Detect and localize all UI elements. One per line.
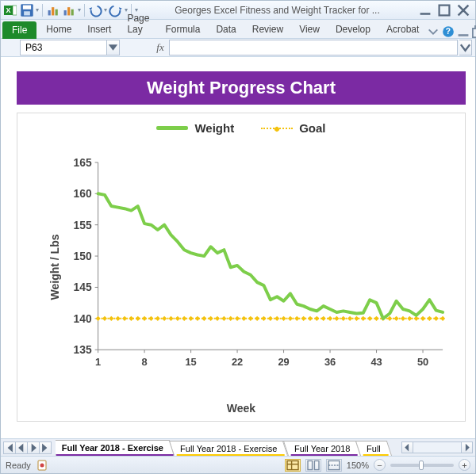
normal-view-icon[interactable] (285, 459, 301, 472)
page-break-view-icon[interactable] (326, 459, 342, 472)
name-box[interactable]: P63 (20, 40, 107, 55)
tab-review[interactable]: Review (244, 20, 291, 38)
zoom-level[interactable]: 150% (347, 461, 369, 470)
excel-window: X ▾ ▾ ▾ ▾ ▾ Georges Excel Fitness and We… (0, 0, 476, 474)
page-layout-view-icon[interactable] (305, 459, 321, 472)
tab-pagelay[interactable]: Page Lay (119, 9, 157, 38)
tab-nav-prev-icon[interactable] (15, 442, 28, 454)
zoom-in-icon[interactable]: + (459, 459, 470, 471)
svg-rect-80 (281, 316, 286, 321)
tab-insert[interactable]: Insert (79, 20, 119, 38)
svg-rect-13 (440, 5, 450, 15)
tab-formula[interactable]: Formula (157, 20, 208, 38)
formula-bar: P63 fx (1, 39, 475, 57)
svg-rect-69 (209, 316, 213, 321)
sheet-tab-label: Full Year 2018 (294, 444, 350, 453)
svg-text:43: 43 (370, 356, 382, 368)
sheet-tab[interactable]: Full Year 2018 (282, 441, 361, 456)
qat-chart-icon-1[interactable] (46, 3, 60, 17)
svg-text:145: 145 (74, 281, 92, 293)
svg-rect-55 (116, 316, 121, 321)
svg-rect-97 (394, 316, 399, 321)
plot-area: 13514014515015516016518152229364350 (73, 153, 449, 373)
tab-develop[interactable]: Develop (328, 20, 378, 38)
tab-nav (3, 442, 51, 454)
svg-rect-78 (268, 316, 273, 321)
legend-weight-label: Weight (194, 121, 234, 135)
undo-icon[interactable] (88, 3, 102, 17)
zoom-out-icon[interactable]: − (374, 459, 386, 471)
svg-rect-9 (64, 10, 67, 15)
hscroll-left-icon[interactable] (401, 442, 413, 453)
sheet-tab-label: Full Year 2018 - Exercise (62, 443, 163, 453)
maximize-icon[interactable] (436, 4, 453, 17)
minimize-icon[interactable] (416, 4, 434, 17)
svg-rect-72 (228, 316, 233, 321)
doc-restore-icon[interactable] (472, 25, 476, 38)
fx-icon[interactable]: fx (152, 41, 169, 54)
zoom-slider-thumb[interactable] (419, 461, 424, 470)
tab-view[interactable]: View (291, 20, 328, 38)
svg-rect-107 (287, 461, 298, 469)
svg-rect-59 (142, 316, 147, 321)
sheet-tab[interactable]: Full (355, 441, 392, 456)
svg-rect-82 (294, 316, 299, 321)
file-tab[interactable]: File (2, 21, 36, 39)
svg-rect-18 (473, 29, 476, 37)
qat-chart-icon-2[interactable] (62, 3, 76, 17)
svg-rect-60 (148, 316, 153, 321)
formula-input[interactable] (169, 40, 458, 55)
svg-rect-5 (24, 11, 30, 15)
close-icon[interactable] (455, 4, 472, 17)
svg-text:135: 135 (74, 343, 92, 356)
tab-data[interactable]: Data (208, 20, 244, 38)
svg-rect-99 (407, 316, 412, 321)
sheet-tab[interactable]: Full Year 2018 - Exercise (56, 440, 175, 456)
name-box-dropdown[interactable] (107, 40, 120, 55)
horizontal-scrollbar[interactable] (401, 442, 473, 453)
tab-acrobat[interactable]: Acrobat (378, 20, 427, 38)
window-title: Georges Excel Fitness and Weight Tracker… (141, 5, 413, 16)
chart-object[interactable]: Weight Progress Chart Weight Goal Weight… (17, 71, 466, 426)
window-controls (416, 4, 472, 17)
svg-point-106 (40, 463, 44, 467)
svg-rect-111 (314, 461, 319, 469)
hscroll-right-icon[interactable] (461, 442, 473, 453)
macro-record-icon[interactable] (36, 459, 48, 472)
svg-text:50: 50 (417, 356, 428, 368)
zoom-slider[interactable] (390, 464, 454, 467)
hscroll-track[interactable] (413, 442, 461, 453)
ribbon-minimize-icon[interactable] (427, 25, 440, 38)
svg-rect-94 (374, 316, 378, 321)
svg-rect-62 (162, 316, 167, 321)
svg-rect-92 (361, 316, 366, 321)
worksheet-area[interactable]: Weight Progress Chart Weight Goal Weight… (1, 57, 475, 438)
svg-rect-73 (235, 316, 240, 321)
tab-nav-first-icon[interactable] (3, 442, 16, 454)
sheet-tab[interactable]: Full Year 2018 - Exercise (169, 441, 288, 456)
svg-text:X: X (6, 6, 10, 14)
tab-nav-last-icon[interactable] (39, 442, 52, 454)
y-axis-label: Weight / Lbs (48, 235, 61, 300)
svg-rect-63 (168, 316, 173, 321)
help-icon[interactable]: ? (442, 25, 455, 38)
svg-rect-91 (354, 316, 359, 321)
sheet-tab-bar: Full Year 2018 - ExerciseFull Year 2018 … (1, 438, 475, 456)
svg-rect-76 (255, 316, 259, 321)
title-bar: X ▾ ▾ ▾ ▾ ▾ Georges Excel Fitness and We… (1, 1, 475, 20)
svg-rect-6 (48, 10, 51, 15)
svg-text:150: 150 (74, 250, 92, 262)
svg-text:160: 160 (74, 187, 92, 200)
sheet-tab-label: Full (367, 444, 381, 453)
tab-nav-next-icon[interactable] (27, 442, 40, 454)
formula-bar-expand[interactable] (459, 40, 472, 55)
tab-home[interactable]: Home (38, 20, 79, 38)
svg-rect-85 (314, 316, 319, 321)
svg-rect-12 (420, 13, 431, 15)
svg-rect-83 (301, 316, 306, 321)
save-icon[interactable] (20, 3, 34, 17)
doc-minimize-icon[interactable] (457, 25, 470, 38)
legend-goal-label: Goal (299, 121, 325, 135)
svg-text:140: 140 (74, 312, 92, 325)
status-ready: Ready (6, 461, 31, 470)
